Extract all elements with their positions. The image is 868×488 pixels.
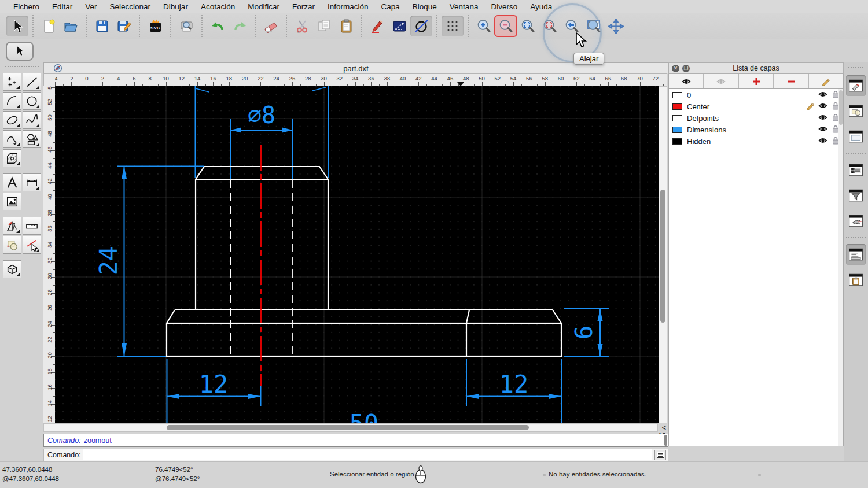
zoom-in-button[interactable] (473, 16, 495, 36)
library-window-toggle[interactable] (846, 126, 866, 147)
tool-arc-button[interactable] (3, 92, 21, 110)
absolute-coordinates: 47.3607,60.0448 (2, 465, 59, 474)
new-document-button[interactable] (38, 16, 60, 36)
pencil-window-toggle[interactable] (846, 75, 866, 96)
layer-visibility-icon[interactable] (815, 90, 828, 101)
layer-row-defpoints[interactable]: Defpoints (669, 112, 843, 124)
layer-list-panel: ✕ ❐ Lista de capas 0CenterDefpointsDimen… (668, 62, 844, 461)
tool-polygon-button[interactable] (23, 130, 41, 148)
draw-pen-button[interactable] (366, 16, 388, 36)
save-as-button[interactable] (113, 16, 135, 36)
menu-item-dibujar[interactable]: Dibujar (157, 2, 194, 11)
show-all-layers-button[interactable] (669, 74, 704, 88)
paste-button[interactable] (335, 16, 357, 36)
blocks-window-toggle[interactable] (846, 101, 866, 121)
menu-item-ventana[interactable]: Ventana (443, 2, 485, 11)
layer-color-swatch (672, 127, 682, 133)
tool-circle-button[interactable] (23, 92, 41, 110)
zoom-out-button[interactable] (495, 16, 517, 36)
tool-spline-button[interactable] (23, 111, 41, 129)
svg-export-icon: SVG (148, 19, 163, 34)
menu-item-forzar[interactable]: Forzar (286, 2, 321, 11)
zoom-auto-button[interactable] (517, 16, 539, 36)
menu-item-fichero[interactable]: Fichero (7, 2, 46, 11)
command-history: Comando: zoomout (43, 434, 668, 446)
float-icon[interactable]: ❐ (682, 65, 690, 72)
layer-list-scrollbar[interactable] (838, 89, 843, 446)
measure-angle-button[interactable] (388, 16, 410, 36)
tool-box3d-button[interactable] (3, 260, 21, 278)
command-window-toggle[interactable] (846, 244, 866, 265)
close-icon[interactable]: ✕ (672, 65, 679, 72)
keyboard-icon[interactable] (654, 450, 666, 460)
tool-text-button[interactable] (3, 173, 21, 191)
menu-item-bloque[interactable]: Bloque (406, 2, 443, 11)
grid-toggle-button[interactable] (442, 16, 464, 36)
menu-item-informacion[interactable]: Información (321, 2, 375, 11)
tool-drafting-button[interactable] (3, 217, 21, 235)
tool-dimension-button[interactable] (23, 173, 41, 191)
add-layer-button[interactable] (739, 74, 774, 88)
menu-item-editar[interactable]: Editar (46, 2, 79, 11)
layer-row-dimensions[interactable]: Dimensions (669, 124, 843, 135)
tool-measure-button[interactable] (23, 217, 41, 235)
drawing-canvas[interactable]: ⌀8 24 6 12 12 50 (55, 86, 659, 423)
drawing-window: part.dxf -4-2024681012141618202224262830… (43, 62, 668, 461)
layer-panel-title: Lista de capas (669, 64, 843, 72)
layer-visibility-icon[interactable] (815, 124, 828, 135)
print-preview-icon (179, 19, 194, 34)
cut-button[interactable]: + (291, 16, 313, 36)
tool-blocks-button[interactable] (3, 236, 21, 254)
menu-item-ver[interactable]: Ver (79, 2, 103, 11)
redo-button[interactable] (229, 16, 251, 36)
select-tool-button[interactable] (6, 42, 34, 61)
layer-row-0[interactable]: 0 (669, 89, 843, 101)
zoom-in-icon (476, 19, 492, 34)
layer-row-center[interactable]: Center (669, 101, 843, 112)
tool-select-delete-button[interactable] (23, 236, 41, 254)
horizontal-scrollbar[interactable] (43, 423, 658, 432)
copy-button[interactable] (313, 16, 335, 36)
clipboard-window-toggle[interactable] (846, 269, 866, 290)
layer-visibility-icon[interactable] (815, 101, 828, 112)
dim-diameter-label: ⌀8 (248, 102, 275, 128)
tool-points-button[interactable] (3, 73, 21, 91)
svg-export-button[interactable]: SVG (144, 16, 166, 36)
construction-lines-button[interactable] (410, 16, 432, 36)
tool-line-button[interactable] (23, 73, 41, 91)
zoom-pan-button[interactable] (605, 16, 627, 36)
polar-relative-coordinates: @76.4749<52° (155, 474, 200, 483)
layer-panel-footer (668, 446, 844, 461)
select-arrow-button[interactable] (6, 16, 28, 36)
print-preview-button[interactable] (175, 16, 197, 36)
vertical-scrollbar[interactable] (659, 86, 667, 423)
tool-polyline-button[interactable] (3, 130, 21, 148)
layer-row-hidden[interactable]: Hidden (669, 135, 843, 147)
menu-item-acotacion[interactable]: Acotación (194, 2, 241, 11)
tool-hatch-button[interactable] (3, 149, 21, 167)
layer-visibility-icon[interactable] (815, 136, 828, 147)
undo-button[interactable] (207, 16, 229, 36)
zoom-back-icon (564, 19, 580, 34)
menu-item-ayuda[interactable]: Ayuda (524, 2, 558, 11)
tool-window-toggle[interactable] (846, 210, 866, 231)
tool-image-button[interactable] (3, 193, 21, 210)
menu-item-modificar[interactable]: Modificar (241, 2, 286, 11)
command-input[interactable] (83, 449, 652, 460)
layer-visibility-icon[interactable] (815, 113, 828, 124)
menu-item-seleccionar[interactable]: Seleccionar (104, 2, 157, 11)
hide-all-layers-button[interactable] (704, 74, 738, 88)
menu-item-capa[interactable]: Capa (375, 2, 406, 11)
save-button[interactable] (91, 16, 113, 36)
layer-list-window-toggle[interactable] (846, 160, 866, 180)
edit-layer-button[interactable] (809, 74, 843, 88)
zoom-previous-button[interactable] (539, 16, 561, 36)
menu-item-diverso[interactable]: Diverso (484, 2, 524, 11)
filter-window-toggle[interactable] (846, 185, 866, 206)
remove-layer-button[interactable] (774, 74, 808, 88)
delete-eraser-button[interactable] (260, 16, 282, 36)
tool-ellipse-button[interactable] (3, 111, 21, 129)
open-file-button[interactable] (60, 16, 82, 36)
command-history-scrollbar[interactable] (664, 435, 667, 445)
paste-icon (339, 19, 354, 34)
